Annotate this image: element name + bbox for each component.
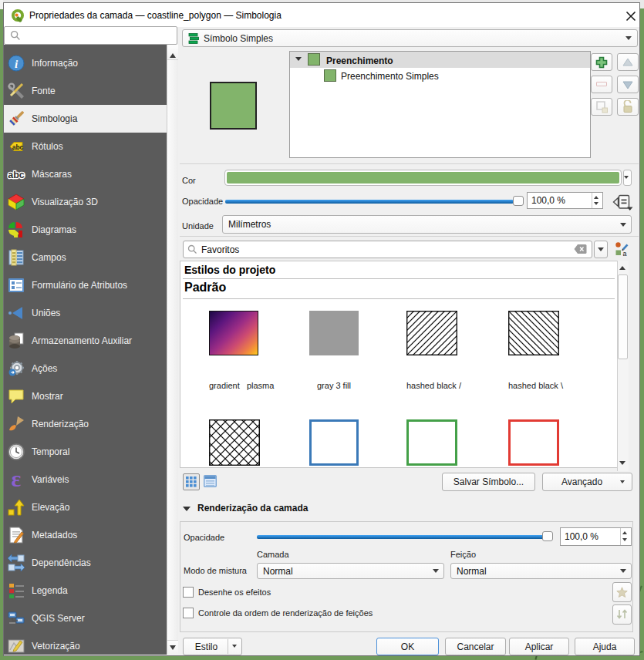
svg-text:ε: ε (12, 470, 22, 489)
svg-text:abc: abc (8, 170, 25, 180)
svg-text:a: a (623, 250, 627, 258)
svg-text:abc: abc (12, 143, 24, 151)
